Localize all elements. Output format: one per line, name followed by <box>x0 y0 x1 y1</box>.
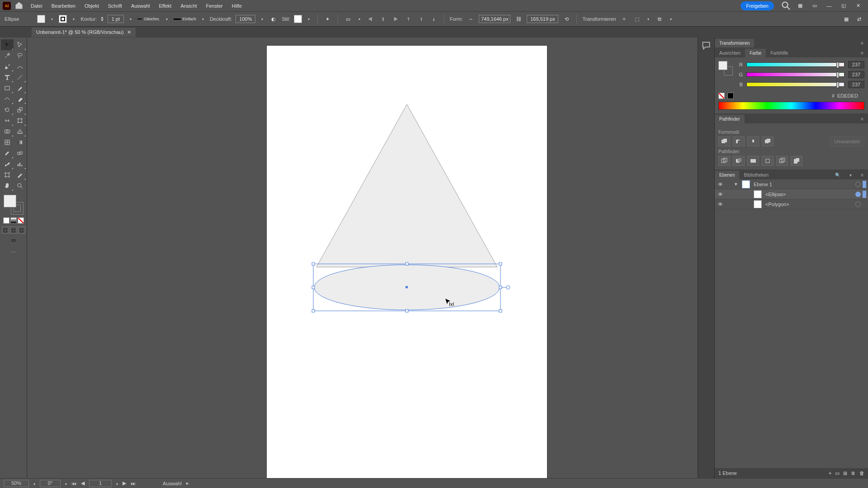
zoom-dropdown[interactable] <box>33 481 35 486</box>
artboard-prev-first-icon[interactable]: ⏮ <box>71 481 76 486</box>
panel-menu-icon[interactable]: ≡ <box>856 39 868 47</box>
select-similar-icon[interactable]: ⧉ <box>655 14 664 23</box>
color-panel-menu-icon[interactable]: ≡ <box>856 49 868 57</box>
g-value-input[interactable]: 237 <box>848 71 864 78</box>
status-menu-icon[interactable]: ▸ <box>186 480 189 486</box>
color-mode-swatch[interactable] <box>3 217 9 224</box>
layers-menu-icon[interactable]: ≡ <box>856 171 868 179</box>
stroke-weight-input[interactable]: 1 pt <box>108 15 124 23</box>
libraries-panel-tab[interactable]: Bibliotheken <box>739 171 773 179</box>
sublayer-target-icon[interactable] <box>855 202 861 207</box>
scale-tool[interactable] <box>14 104 26 115</box>
layers-new-sublayer-icon[interactable]: ⊞ <box>843 470 847 476</box>
layers-panel-tab[interactable]: Ebenen <box>715 171 739 179</box>
menu-objekt[interactable]: Objekt <box>80 1 104 10</box>
b-value-input[interactable]: 237 <box>848 81 864 88</box>
divide-button[interactable] <box>718 156 730 166</box>
menu-effekt[interactable]: Effekt <box>154 1 176 10</box>
transform-panel-tab[interactable]: Transformieren <box>715 39 754 47</box>
artboard-tool[interactable] <box>1 169 14 180</box>
share-button[interactable]: Freigeben <box>741 1 774 10</box>
hand-tool[interactable] <box>1 180 14 191</box>
stroke-weight-down[interactable] <box>100 19 104 22</box>
rotate-tool[interactable] <box>1 104 14 115</box>
layers-clip-icon[interactable]: ▭ <box>835 470 840 476</box>
minus-front-button[interactable] <box>733 136 745 146</box>
mesh-tool[interactable] <box>1 137 14 148</box>
align-right-icon[interactable]: ⫸ <box>392 14 401 23</box>
pen-tool[interactable] <box>1 61 14 72</box>
rotation-dropdown[interactable] <box>65 481 67 486</box>
menu-ansicht[interactable]: Ansicht <box>176 1 201 10</box>
stroke-profile-preview[interactable]: Gleichm. <box>137 16 160 22</box>
align-vcenter-icon[interactable]: ⫲ <box>417 14 426 23</box>
sublayer-name-ellipse[interactable]: <Ellipse> <box>764 192 854 197</box>
stroke-weight-dropdown[interactable] <box>127 17 134 21</box>
properties-toggle-icon[interactable]: ⇄ <box>854 14 863 23</box>
isolate-icon[interactable]: ✧ <box>620 14 629 23</box>
black-white-swatch[interactable] <box>727 93 734 99</box>
width-input[interactable]: 749,1646 px <box>479 15 510 23</box>
brush-preview[interactable]: Einfach <box>174 16 196 22</box>
generative-icon[interactable]: ✦ <box>323 14 332 23</box>
artboard[interactable]: IxI <box>267 46 547 478</box>
layer-twisty-icon[interactable]: ▾ <box>735 181 740 187</box>
draw-inside-icon[interactable]: ◻ <box>18 226 25 234</box>
paintbrush-tool[interactable] <box>14 83 26 94</box>
align-bottom-icon[interactable]: ⫰ <box>429 14 439 23</box>
visibility-toggle-icon[interactable]: 👁 <box>717 192 724 197</box>
fill-swatch[interactable] <box>37 15 45 23</box>
none-color-swatch[interactable] <box>718 93 725 99</box>
rotation-select[interactable]: 0° <box>40 480 61 487</box>
arrange-icon[interactable]: ⬚ <box>632 14 642 23</box>
fill-color-swatch[interactable] <box>4 195 16 207</box>
intersect-button[interactable] <box>747 136 759 146</box>
free-transform-tool[interactable] <box>14 115 26 126</box>
menu-auswahl[interactable]: Auswahl <box>127 1 155 10</box>
brush-dropdown[interactable] <box>200 17 206 21</box>
r-value-input[interactable]: 237 <box>848 61 864 68</box>
color-panel-tab[interactable]: Farbe <box>745 49 766 57</box>
search-icon[interactable] <box>780 0 791 12</box>
layer-row-ebene1[interactable]: 👁 ▾ Ebene 1 <box>715 179 868 189</box>
menu-bearbeiten[interactable]: Bearbeiten <box>47 1 80 10</box>
menu-schrift[interactable]: Schrift <box>104 1 127 10</box>
artboard-next-last-icon[interactable]: ⏭ <box>131 481 136 486</box>
stroke-profile-dropdown[interactable] <box>164 17 170 21</box>
home-icon[interactable] <box>14 1 24 11</box>
layers-locate-icon[interactable]: ⌖ <box>829 470 831 476</box>
align-panel-tab[interactable]: Ausrichten <box>715 49 745 57</box>
eraser-tool[interactable] <box>14 94 26 104</box>
fill-stroke-indicator[interactable] <box>4 195 24 215</box>
opacity-dropdown[interactable] <box>259 17 265 21</box>
slice-tool[interactable] <box>14 169 26 180</box>
draw-behind-icon[interactable]: ◻ <box>10 226 17 234</box>
stroke-swatch[interactable] <box>59 15 67 23</box>
selection-tool[interactable] <box>1 39 14 50</box>
edit-toolbar-icon[interactable]: ⋯ <box>11 249 16 255</box>
document-tab[interactable]: Unbenannt-1* @ 50 % (RGB/Vorschau) ✕ <box>32 28 136 37</box>
exclude-button[interactable] <box>762 136 774 146</box>
unite-button[interactable] <box>718 136 730 146</box>
canvas[interactable]: IxI <box>27 38 698 478</box>
layer-row-ellipse[interactable]: 👁 <Ellipse> <box>715 189 868 199</box>
eyedropper-tool[interactable] <box>1 148 14 159</box>
draw-normal-icon[interactable]: ◻ <box>2 226 9 234</box>
select-similar-dropdown[interactable] <box>668 17 674 21</box>
zoom-tool[interactable] <box>14 180 26 191</box>
stroke-dropdown[interactable] <box>71 17 77 21</box>
layer-target-icon[interactable] <box>855 182 861 187</box>
hex-input[interactable]: EDEDED <box>837 93 864 99</box>
style-dropdown[interactable] <box>306 17 312 21</box>
rectangle-tool[interactable] <box>1 83 14 94</box>
symbol-sprayer-tool[interactable] <box>1 159 14 169</box>
lasso-tool[interactable] <box>14 50 26 61</box>
recolor-artwork-icon[interactable]: ◐ <box>269 14 278 23</box>
merge-button[interactable] <box>747 156 759 166</box>
essentials-icon[interactable]: ▦ <box>842 14 851 23</box>
layer-name[interactable]: Ebene 1 <box>752 182 854 187</box>
maximize-icon[interactable]: ◱ <box>838 3 849 9</box>
pathfinder-panel-tab[interactable]: Pathfinder <box>715 115 745 123</box>
outline-button[interactable] <box>776 156 788 166</box>
menu-datei[interactable]: Datei <box>26 1 47 10</box>
